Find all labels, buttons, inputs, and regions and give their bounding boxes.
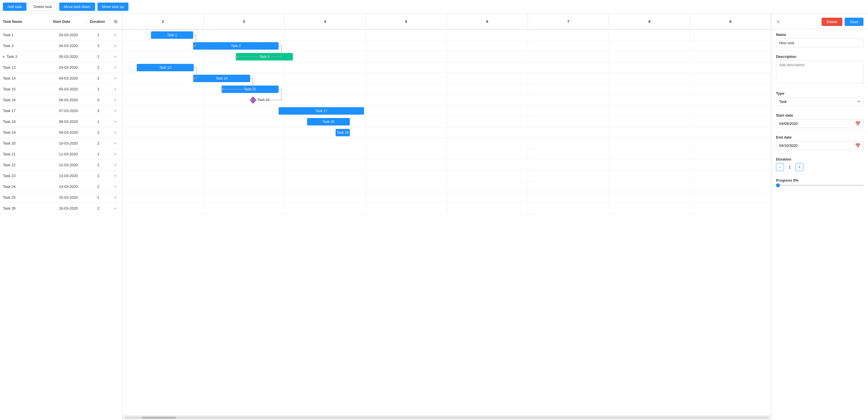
gantt-cell bbox=[366, 95, 447, 105]
gantt-cell bbox=[204, 116, 285, 127]
task-duration-cell: 2 bbox=[87, 76, 110, 80]
table-row[interactable]: Task 1303-03-20202+ bbox=[0, 62, 122, 73]
task-add-button[interactable]: + bbox=[110, 195, 121, 200]
task-add-button[interactable]: + bbox=[110, 32, 121, 38]
task-add-button[interactable]: + bbox=[110, 130, 121, 135]
task-name-cell: Task 26 bbox=[0, 206, 50, 211]
delete-task-button[interactable]: Delete task bbox=[29, 2, 57, 11]
task-add-button[interactable]: + bbox=[110, 97, 121, 103]
gantt-cell bbox=[123, 51, 204, 62]
task-name-cell: Task 17 bbox=[0, 109, 50, 113]
task-name-cell: Task 16 bbox=[0, 98, 50, 102]
gantt-cell bbox=[690, 192, 771, 203]
gantt-bar[interactable]: Task 1 bbox=[151, 31, 193, 39]
duration-decrease-button[interactable]: − bbox=[776, 163, 784, 171]
task-add-button[interactable]: + bbox=[110, 108, 121, 113]
gantt-bar[interactable]: Task 13 bbox=[137, 64, 194, 71]
task-name-cell: Task 13 bbox=[0, 65, 50, 69]
table-row[interactable]: Task 2515-03-20202+ bbox=[0, 192, 122, 203]
task-name-cell: Task 22 bbox=[0, 163, 50, 167]
panel-duration-label: Duration bbox=[776, 157, 863, 161]
task-add-button[interactable]: + bbox=[110, 152, 121, 157]
gantt-cell bbox=[447, 84, 528, 94]
table-row[interactable]: Task 1808-03-20201+ bbox=[0, 116, 122, 127]
task-add-button[interactable]: + bbox=[110, 43, 121, 49]
table-row[interactable]: Task 204-03-20203+ bbox=[0, 40, 122, 51]
table-row[interactable]: Task 2212-03-20202+ bbox=[0, 160, 122, 170]
task-start-cell: 12-03-2020 bbox=[50, 163, 87, 167]
gantt-row: Task 3 bbox=[123, 51, 771, 62]
task-add-button[interactable]: + bbox=[110, 206, 121, 211]
task-add-button[interactable]: + bbox=[110, 163, 121, 168]
task-add-button[interactable]: + bbox=[110, 173, 121, 178]
progress-thumb[interactable] bbox=[776, 183, 780, 187]
task-name-cell: Task 20 bbox=[0, 141, 50, 145]
panel-start-date-input[interactable] bbox=[776, 119, 863, 128]
gantt-cell bbox=[690, 95, 771, 105]
move-task-down-button[interactable]: Move task down bbox=[59, 3, 95, 11]
table-row[interactable]: Task 2414-03-20202+ bbox=[0, 181, 122, 192]
gantt-cell bbox=[447, 95, 528, 105]
panel-end-date-input[interactable] bbox=[776, 141, 863, 150]
gantt-cell bbox=[204, 95, 285, 105]
task-add-button[interactable]: + bbox=[110, 76, 121, 81]
gantt-cell bbox=[447, 127, 528, 138]
panel-start-date-label: Start date bbox=[776, 113, 863, 117]
table-row[interactable]: ▶Task 305-03-20202+ bbox=[0, 51, 122, 62]
task-add-button[interactable]: + bbox=[110, 119, 121, 124]
table-row[interactable]: Task 1606-03-20200+ bbox=[0, 95, 122, 106]
task-add-button[interactable]: + bbox=[110, 141, 121, 146]
gantt-bar[interactable]: Task 14 bbox=[193, 75, 250, 82]
gantt-cell bbox=[528, 51, 609, 62]
panel-type-select[interactable]: Task Milestone Project bbox=[776, 97, 863, 106]
table-row[interactable]: Task 2616-03-20202+ bbox=[0, 203, 122, 214]
expand-arrow-icon[interactable]: ▶ bbox=[3, 55, 5, 58]
task-add-button[interactable]: + bbox=[110, 54, 121, 59]
panel-save-button[interactable]: Save bbox=[845, 18, 863, 26]
table-row[interactable]: Task 1404-03-20202+ bbox=[0, 73, 122, 84]
gantt-cell bbox=[447, 170, 528, 181]
gantt-cell bbox=[609, 203, 690, 214]
panel-start-date-wrap: 📅 bbox=[776, 119, 863, 128]
gantt-body[interactable]: Task 1Task 2Task 3Task 13Task 14Task 15T… bbox=[123, 30, 771, 415]
gantt-scrollbar[interactable] bbox=[123, 415, 771, 419]
task-start-cell: 05-03-2020 bbox=[50, 87, 87, 91]
gantt-cell bbox=[123, 181, 204, 192]
task-add-button[interactable]: + bbox=[110, 184, 121, 189]
task-add-button[interactable]: + bbox=[110, 65, 121, 70]
table-row[interactable]: Task 1505-03-20202+ bbox=[0, 84, 122, 95]
gantt-cell bbox=[285, 95, 366, 105]
panel-description-input[interactable] bbox=[776, 60, 863, 83]
panel-delete-button[interactable]: Delete bbox=[822, 18, 843, 26]
gantt-bar[interactable]: Task 19 bbox=[336, 129, 350, 136]
gantt-bar[interactable]: Task 15 bbox=[222, 86, 279, 93]
gantt-cell bbox=[366, 62, 447, 73]
gantt-col-header: 2 bbox=[123, 14, 204, 29]
duration-increase-button[interactable]: + bbox=[795, 163, 803, 171]
gantt-bar[interactable]: Task 2 bbox=[193, 42, 279, 50]
gantt-bar[interactable]: Task 17 bbox=[279, 107, 364, 115]
task-start-cell: 04-03-2020 bbox=[50, 76, 87, 80]
move-task-up-button[interactable]: Move task up bbox=[97, 3, 128, 11]
gantt-bar[interactable]: Task 3 bbox=[236, 53, 293, 60]
table-row[interactable]: Task 1707-03-20203+ bbox=[0, 106, 122, 116]
table-row[interactable]: Task 2313-03-20202+ bbox=[0, 170, 122, 181]
table-row[interactable]: Task 103-03-20201+ bbox=[0, 30, 122, 40]
add-task-button[interactable]: Add task bbox=[3, 3, 27, 11]
task-name-text: Task 13 bbox=[3, 65, 16, 69]
task-add-button[interactable]: + bbox=[110, 87, 121, 92]
gantt-bar[interactable]: Task 18 bbox=[307, 118, 350, 125]
gantt-row: Task 19 bbox=[123, 127, 771, 138]
gantt-cell bbox=[366, 51, 447, 62]
gantt-col-header: 4 bbox=[285, 14, 366, 29]
gantt-scroll-thumb[interactable] bbox=[142, 417, 176, 419]
table-row[interactable]: Task 2111-03-20201+ bbox=[0, 149, 122, 160]
task-duration-cell: 2 bbox=[87, 185, 110, 189]
table-row[interactable]: Task 1909-03-20202+ bbox=[0, 127, 122, 138]
panel-close-button[interactable]: ✕ bbox=[776, 19, 780, 25]
gantt-cell bbox=[285, 138, 366, 148]
panel-name-input[interactable] bbox=[776, 38, 863, 47]
task-start-cell: 13-03-2020 bbox=[50, 174, 87, 178]
table-row[interactable]: Task 2010-03-20202+ bbox=[0, 138, 122, 149]
gantt-cell bbox=[609, 40, 690, 51]
